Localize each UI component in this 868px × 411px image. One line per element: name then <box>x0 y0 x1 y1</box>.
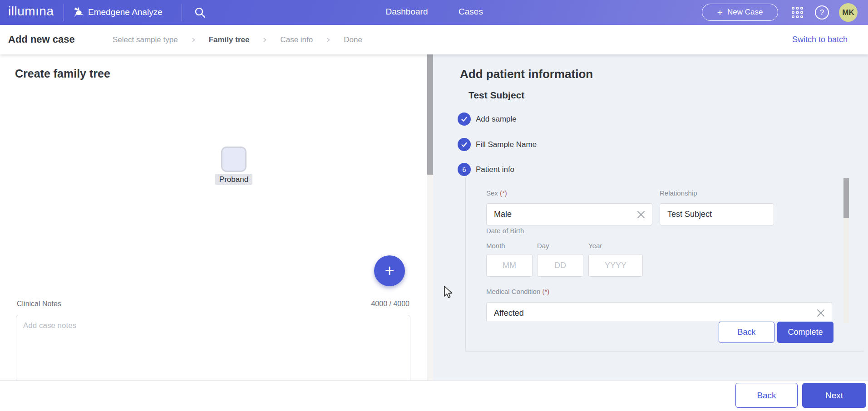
add-new-case-page: illumına Emedgene Analyze Dashboard Case… <box>0 0 868 411</box>
day-label: Day <box>537 242 549 250</box>
breadcrumb: Select sample type Family tree Case info… <box>113 25 362 54</box>
clear-sex-icon[interactable] <box>636 210 646 220</box>
help-glyph: ? <box>820 8 824 17</box>
family-tree-title: Create family tree <box>15 67 110 80</box>
year-input[interactable] <box>588 254 643 277</box>
nav-cases[interactable]: Cases <box>457 7 484 17</box>
help-icon[interactable]: ? <box>815 5 829 20</box>
step-add-sample-check <box>458 113 471 126</box>
breadcrumb-step-select-sample-type[interactable]: Select sample type <box>113 35 178 44</box>
step-patient-info-number: 6 <box>458 163 471 176</box>
medical-condition-label: Medical Condition (*) <box>486 288 549 295</box>
nav-dashboard[interactable]: Dashboard <box>381 7 433 17</box>
date-of-birth-label: Date of Birth <box>486 227 524 235</box>
emedgene-hummingbird-icon <box>72 6 84 19</box>
apps-grid-icon[interactable] <box>791 6 804 19</box>
new-case-label: New Case <box>727 8 763 17</box>
medical-condition-input[interactable] <box>486 302 832 321</box>
step-patient-info-label: Patient info <box>476 163 514 176</box>
user-avatar[interactable]: MK <box>839 3 858 22</box>
divider <box>182 4 182 21</box>
notes-character-counter: 4000 / 4000 <box>318 300 409 308</box>
illumina-logo: illumına <box>8 4 54 19</box>
month-input[interactable] <box>486 254 533 277</box>
wizard-header-bar: Add new case Select sample type Family t… <box>0 25 868 54</box>
product-name: Emedgene Analyze <box>88 7 163 17</box>
patient-info-back-button[interactable]: Back <box>719 322 774 343</box>
clinical-notes-label: Clinical Notes <box>17 300 61 308</box>
page-title: Add new case <box>8 34 75 45</box>
right-scrollbar-thumb[interactable] <box>843 178 849 218</box>
step-connector-line <box>465 177 466 351</box>
family-tree-panel: Create family tree Proband + Clinical No… <box>0 54 427 380</box>
step-add-sample-label: Add sample <box>476 113 517 126</box>
proband-node[interactable] <box>221 147 247 172</box>
switch-to-batch-link[interactable]: Switch to batch <box>792 35 856 44</box>
left-scrollbar-thumb[interactable] <box>427 54 433 175</box>
sex-input[interactable] <box>486 203 652 225</box>
patient-info-panel: Add patient information Test Subject Add… <box>433 54 868 380</box>
step-fill-sample-name-check <box>458 138 471 151</box>
divider <box>64 4 64 21</box>
check-icon <box>460 141 468 148</box>
add-family-member-button[interactable]: + <box>374 255 405 286</box>
step-number: 6 <box>462 166 466 173</box>
step-fill-sample-name-label: Fill Sample Name <box>476 138 537 151</box>
patient-info-title: Add patient information <box>460 67 593 81</box>
search-icon[interactable] <box>194 6 206 19</box>
footer-next-button[interactable]: Next <box>802 383 866 408</box>
clinical-notes-textarea[interactable] <box>16 315 410 380</box>
breadcrumb-step-family-tree[interactable]: Family tree <box>209 35 250 44</box>
step-section-bottom-border <box>465 351 864 352</box>
new-case-button[interactable]: + New Case <box>702 4 778 21</box>
year-label: Year <box>588 242 602 250</box>
plus-icon: + <box>717 8 723 17</box>
month-label: Month <box>486 242 505 250</box>
avatar-initials: MK <box>842 8 854 17</box>
clear-medical-condition-icon[interactable] <box>816 308 826 318</box>
footer-back-button[interactable]: Back <box>735 383 798 408</box>
required-marker: (*) <box>542 288 549 295</box>
chevron-right-icon <box>261 37 268 43</box>
chevron-right-icon <box>325 37 331 43</box>
breadcrumb-step-done[interactable]: Done <box>344 35 362 44</box>
required-marker: (*) <box>500 189 507 197</box>
patient-info-complete-button[interactable]: Complete <box>777 322 833 343</box>
patient-subject-name: Test Subject <box>469 90 524 101</box>
sex-label: Sex (*) <box>486 189 507 197</box>
top-nav-bar: illumına Emedgene Analyze Dashboard Case… <box>0 0 868 25</box>
relationship-input[interactable] <box>660 203 774 225</box>
relationship-label: Relationship <box>660 189 697 197</box>
chevron-right-icon <box>190 37 197 43</box>
check-icon <box>460 115 468 123</box>
day-input[interactable] <box>537 254 583 277</box>
breadcrumb-step-case-info[interactable]: Case info <box>280 35 313 44</box>
wizard-footer-bar: Back Next <box>0 380 868 411</box>
proband-node-label: Proband <box>215 174 252 185</box>
plus-icon: + <box>385 261 394 280</box>
medical-condition-field-wrapper <box>486 302 832 321</box>
